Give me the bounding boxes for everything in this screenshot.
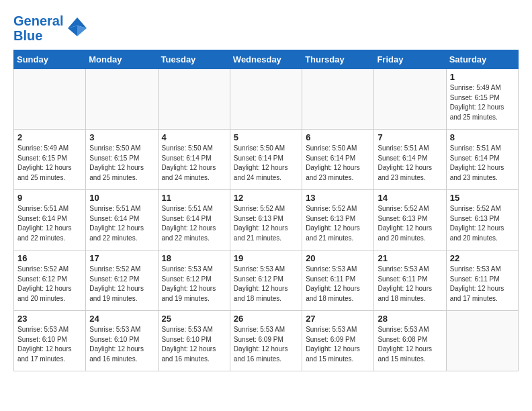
day-number: 19 xyxy=(234,253,298,263)
calendar-cell: 26Sunrise: 5:53 AM Sunset: 6:09 PM Dayli… xyxy=(230,311,302,371)
day-info: Sunrise: 5:53 AM Sunset: 6:10 PM Dayligh… xyxy=(17,325,82,364)
calendar-body: 1Sunrise: 5:49 AM Sunset: 6:15 PM Daylig… xyxy=(14,69,519,371)
calendar-cell: 24Sunrise: 5:53 AM Sunset: 6:10 PM Dayli… xyxy=(86,311,158,371)
day-info: Sunrise: 5:51 AM Sunset: 6:14 PM Dayligh… xyxy=(378,144,442,183)
calendar-cell: 3Sunrise: 5:50 AM Sunset: 6:15 PM Daylig… xyxy=(86,130,158,190)
logo-text-blue: Blue xyxy=(13,28,63,43)
day-number: 12 xyxy=(234,193,298,203)
day-number: 18 xyxy=(162,253,226,263)
day-info: Sunrise: 5:53 AM Sunset: 6:11 PM Dayligh… xyxy=(378,265,442,304)
calendar-week: 16Sunrise: 5:52 AM Sunset: 6:12 PM Dayli… xyxy=(14,250,519,311)
calendar-cell: 4Sunrise: 5:50 AM Sunset: 6:14 PM Daylig… xyxy=(158,130,230,190)
day-number: 27 xyxy=(306,314,370,324)
weekday-header: Thursday xyxy=(302,50,374,69)
calendar-cell: 22Sunrise: 5:53 AM Sunset: 6:11 PM Dayli… xyxy=(446,250,518,311)
calendar-week: 23Sunrise: 5:53 AM Sunset: 6:10 PM Dayli… xyxy=(14,311,519,371)
day-info: Sunrise: 5:52 AM Sunset: 6:13 PM Dayligh… xyxy=(378,204,442,243)
weekday-header: Friday xyxy=(374,50,446,69)
day-info: Sunrise: 5:51 AM Sunset: 6:14 PM Dayligh… xyxy=(162,204,226,243)
day-info: Sunrise: 5:52 AM Sunset: 6:12 PM Dayligh… xyxy=(17,265,82,304)
calendar-cell: 8Sunrise: 5:51 AM Sunset: 6:14 PM Daylig… xyxy=(446,130,518,190)
calendar-cell: 25Sunrise: 5:53 AM Sunset: 6:10 PM Dayli… xyxy=(158,311,230,371)
day-info: Sunrise: 5:50 AM Sunset: 6:14 PM Dayligh… xyxy=(234,144,298,183)
logo-text: General xyxy=(13,13,63,28)
day-info: Sunrise: 5:53 AM Sunset: 6:12 PM Dayligh… xyxy=(234,265,298,304)
calendar-week: 2Sunrise: 5:49 AM Sunset: 6:15 PM Daylig… xyxy=(14,130,519,190)
day-number: 22 xyxy=(450,253,515,263)
calendar-cell: 17Sunrise: 5:52 AM Sunset: 6:12 PM Dayli… xyxy=(86,250,158,311)
calendar-cell: 21Sunrise: 5:53 AM Sunset: 6:11 PM Dayli… xyxy=(374,250,446,311)
day-info: Sunrise: 5:50 AM Sunset: 6:14 PM Dayligh… xyxy=(306,144,370,183)
day-info: Sunrise: 5:53 AM Sunset: 6:10 PM Dayligh… xyxy=(89,325,154,364)
day-number: 16 xyxy=(17,253,82,263)
day-info: Sunrise: 5:53 AM Sunset: 6:10 PM Dayligh… xyxy=(162,325,226,364)
day-number: 26 xyxy=(234,314,298,324)
calendar-table: SundayMondayTuesdayWednesdayThursdayFrid… xyxy=(13,50,519,371)
calendar-cell: 5Sunrise: 5:50 AM Sunset: 6:14 PM Daylig… xyxy=(230,130,302,190)
calendar-cell: 16Sunrise: 5:52 AM Sunset: 6:12 PM Dayli… xyxy=(14,250,86,311)
calendar-cell: 9Sunrise: 5:51 AM Sunset: 6:14 PM Daylig… xyxy=(14,190,86,250)
calendar-cell xyxy=(14,69,86,130)
day-number: 10 xyxy=(89,193,154,203)
page-header: General Blue xyxy=(13,13,519,43)
day-info: Sunrise: 5:49 AM Sunset: 6:15 PM Dayligh… xyxy=(450,83,515,122)
day-number: 1 xyxy=(450,72,515,82)
calendar-cell: 7Sunrise: 5:51 AM Sunset: 6:14 PM Daylig… xyxy=(374,130,446,190)
calendar-cell xyxy=(230,69,302,130)
day-number: 7 xyxy=(378,132,442,142)
day-info: Sunrise: 5:53 AM Sunset: 6:08 PM Dayligh… xyxy=(378,325,442,364)
calendar-cell xyxy=(446,311,518,371)
weekday-header: Sunday xyxy=(14,50,86,69)
weekday-header: Saturday xyxy=(446,50,518,69)
calendar-week: 9Sunrise: 5:51 AM Sunset: 6:14 PM Daylig… xyxy=(14,190,519,250)
day-number: 9 xyxy=(17,193,82,203)
day-info: Sunrise: 5:53 AM Sunset: 6:09 PM Dayligh… xyxy=(234,325,298,364)
day-info: Sunrise: 5:52 AM Sunset: 6:13 PM Dayligh… xyxy=(234,204,298,243)
day-number: 8 xyxy=(450,132,515,142)
day-number: 25 xyxy=(162,314,226,324)
calendar-cell: 20Sunrise: 5:53 AM Sunset: 6:11 PM Dayli… xyxy=(302,250,374,311)
calendar-cell: 13Sunrise: 5:52 AM Sunset: 6:13 PM Dayli… xyxy=(302,190,374,250)
day-info: Sunrise: 5:52 AM Sunset: 6:12 PM Dayligh… xyxy=(89,265,154,304)
calendar-cell: 28Sunrise: 5:53 AM Sunset: 6:08 PM Dayli… xyxy=(374,311,446,371)
day-info: Sunrise: 5:51 AM Sunset: 6:14 PM Dayligh… xyxy=(17,204,82,243)
day-info: Sunrise: 5:51 AM Sunset: 6:14 PM Dayligh… xyxy=(89,204,154,243)
calendar-cell xyxy=(302,69,374,130)
logo-icon xyxy=(65,15,89,39)
header-row: SundayMondayTuesdayWednesdayThursdayFrid… xyxy=(14,50,519,69)
day-info: Sunrise: 5:51 AM Sunset: 6:14 PM Dayligh… xyxy=(450,144,515,183)
day-number: 21 xyxy=(378,253,442,263)
day-info: Sunrise: 5:53 AM Sunset: 6:11 PM Dayligh… xyxy=(450,265,515,304)
logo: General Blue xyxy=(13,13,89,43)
day-number: 15 xyxy=(450,193,515,203)
calendar-cell: 10Sunrise: 5:51 AM Sunset: 6:14 PM Dayli… xyxy=(86,190,158,250)
calendar-cell: 2Sunrise: 5:49 AM Sunset: 6:15 PM Daylig… xyxy=(14,130,86,190)
calendar-cell: 6Sunrise: 5:50 AM Sunset: 6:14 PM Daylig… xyxy=(302,130,374,190)
calendar-cell xyxy=(86,69,158,130)
calendar-cell xyxy=(158,69,230,130)
calendar-week: 1Sunrise: 5:49 AM Sunset: 6:15 PM Daylig… xyxy=(14,69,519,130)
day-number: 20 xyxy=(306,253,370,263)
day-info: Sunrise: 5:49 AM Sunset: 6:15 PM Dayligh… xyxy=(17,144,82,183)
day-number: 28 xyxy=(378,314,442,324)
day-info: Sunrise: 5:53 AM Sunset: 6:09 PM Dayligh… xyxy=(306,325,370,364)
calendar-cell: 18Sunrise: 5:53 AM Sunset: 6:12 PM Dayli… xyxy=(158,250,230,311)
day-number: 17 xyxy=(89,253,154,263)
day-number: 6 xyxy=(306,132,370,142)
calendar-cell: 23Sunrise: 5:53 AM Sunset: 6:10 PM Dayli… xyxy=(14,311,86,371)
day-number: 13 xyxy=(306,193,370,203)
day-number: 23 xyxy=(17,314,82,324)
day-info: Sunrise: 5:50 AM Sunset: 6:15 PM Dayligh… xyxy=(89,144,154,183)
calendar-cell: 11Sunrise: 5:51 AM Sunset: 6:14 PM Dayli… xyxy=(158,190,230,250)
day-number: 3 xyxy=(89,132,154,142)
calendar-cell xyxy=(374,69,446,130)
calendar-cell: 14Sunrise: 5:52 AM Sunset: 6:13 PM Dayli… xyxy=(374,190,446,250)
day-number: 14 xyxy=(378,193,442,203)
day-info: Sunrise: 5:53 AM Sunset: 6:12 PM Dayligh… xyxy=(162,265,226,304)
day-info: Sunrise: 5:50 AM Sunset: 6:14 PM Dayligh… xyxy=(162,144,226,183)
calendar-cell: 27Sunrise: 5:53 AM Sunset: 6:09 PM Dayli… xyxy=(302,311,374,371)
calendar-cell: 15Sunrise: 5:52 AM Sunset: 6:13 PM Dayli… xyxy=(446,190,518,250)
day-number: 5 xyxy=(234,132,298,142)
day-number: 4 xyxy=(162,132,226,142)
calendar-cell: 12Sunrise: 5:52 AM Sunset: 6:13 PM Dayli… xyxy=(230,190,302,250)
